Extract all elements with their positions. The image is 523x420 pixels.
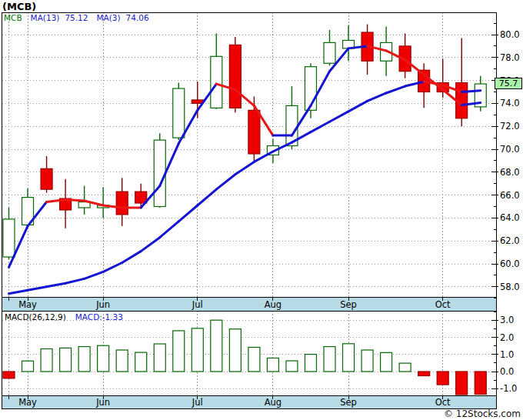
ma13-line <box>198 189 217 205</box>
month-label: Aug <box>265 397 281 408</box>
macd-bar-positive <box>135 352 147 372</box>
macd-bar-negative <box>475 372 486 395</box>
macd-bar-positive <box>381 352 392 372</box>
ma3-label: MA(3) <box>96 13 120 22</box>
ma13-line <box>103 263 122 272</box>
price-tick-label: 70.0 <box>500 144 520 155</box>
candle-body-down <box>116 192 128 215</box>
ma13-line <box>235 162 255 174</box>
month-label: Oct <box>435 397 451 408</box>
macd-bar-positive <box>60 348 72 372</box>
candle-body-up <box>211 56 222 108</box>
macd-params-label: MACD(26,12,9) <box>5 312 66 322</box>
month-label: Jul <box>192 397 203 408</box>
ma3-line <box>65 200 85 201</box>
current-price-badge: 75.7 <box>495 78 522 89</box>
ma13-line <box>178 205 198 222</box>
price-tick-label: 68.0 <box>500 167 520 178</box>
ma13-line <box>348 101 368 111</box>
macd-bar-positive <box>361 350 373 372</box>
month-strip-bottom <box>2 395 497 408</box>
price-tick-label: 60.0 <box>500 258 520 269</box>
macd-bar-positive <box>248 347 260 372</box>
macd-bar-negative <box>3 372 15 378</box>
ma13-line <box>216 175 235 189</box>
candle-body-up <box>154 140 165 206</box>
candle-body-up <box>173 88 185 138</box>
price-tick-label: 80.0 <box>500 29 520 40</box>
price-tick-label: 72.0 <box>500 121 520 132</box>
price-tick-label: 62.0 <box>500 235 520 246</box>
symbol-label: MCB <box>4 13 22 22</box>
panel-border <box>2 13 497 298</box>
watermark: © 12Stocks.com <box>444 408 521 419</box>
price-tick-label: 64.0 <box>500 212 520 223</box>
macd-bar-positive <box>267 358 278 372</box>
ma13-line <box>386 86 405 93</box>
macd-bar-positive <box>211 320 222 372</box>
macd-bar-positive <box>229 329 241 372</box>
ma13-line <box>9 290 28 293</box>
macd-bar-positive <box>305 355 316 372</box>
macd-legend: MACD(26,12,9)MACD:-1.33 <box>5 312 123 322</box>
candle-body-down <box>229 45 241 108</box>
ma13-label: MA(13) <box>31 13 60 22</box>
ma13-line <box>461 91 481 92</box>
stock-chart-page: (MCB) MayMayJunJunJulJulAugAugSepSepOctO… <box>0 0 523 420</box>
macd-current-value: MACD:-1.33 <box>75 312 123 322</box>
month-label: Sep <box>340 397 357 408</box>
macd-bar-positive <box>192 328 203 372</box>
candle-body-up <box>324 42 335 63</box>
macd-bar-positive <box>324 347 335 372</box>
candle-body-down <box>41 168 52 189</box>
macd-tick-label: 3.0 <box>500 315 514 325</box>
month-strip-top <box>2 297 497 311</box>
month-label: Aug <box>265 299 281 310</box>
macd-bar-positive <box>116 350 128 372</box>
ma13-value: 75.12 <box>65 13 88 22</box>
month-label: May <box>18 397 37 408</box>
macd-bar-positive <box>98 345 109 372</box>
ma13-line <box>28 287 47 290</box>
macd-bar-positive <box>399 363 411 372</box>
month-label: Oct <box>435 299 451 310</box>
price-legend: MCBMA(13)75.12MA(3)74.06 <box>4 13 158 22</box>
ma13-line <box>368 93 387 101</box>
macd-bar-positive <box>41 348 52 372</box>
macd-bar-negative <box>456 372 468 395</box>
macd-bar-positive <box>343 344 355 372</box>
ma13-line <box>330 112 349 122</box>
macd-tick-label: 2.0 <box>500 332 514 343</box>
ma13-line <box>122 252 142 263</box>
macd-bar-positive <box>286 361 298 372</box>
macd-bar-positive <box>173 331 185 372</box>
month-label: May <box>18 299 37 310</box>
candle-body-up <box>3 219 15 257</box>
macd-bar-negative <box>437 372 448 385</box>
stock-chart-canvas: MayMayJunJunJulJulAugAugSepSepOctOct80.0… <box>0 0 523 420</box>
price-tick-label: 66.0 <box>500 190 520 201</box>
ma13-line <box>65 278 85 283</box>
ma13-line <box>311 122 330 132</box>
macd-bar-positive <box>22 361 34 372</box>
price-tick-label: 58.0 <box>500 282 520 292</box>
month-label: Jun <box>95 299 110 310</box>
macd-tick-label: 0.0 <box>500 366 514 377</box>
ma13-line <box>160 222 179 238</box>
month-label: Jun <box>95 397 110 408</box>
ma13-line <box>141 238 160 252</box>
candle-body-down <box>248 110 260 154</box>
month-label: Sep <box>340 299 357 310</box>
ma3-value: 74.06 <box>126 13 149 22</box>
macd-bar-negative <box>418 372 430 376</box>
month-label: Jul <box>192 299 203 310</box>
macd-bar-positive <box>154 344 165 372</box>
macd-tick-label: -1.0 <box>500 383 517 394</box>
ma13-line <box>85 272 104 278</box>
macd-bar-positive <box>78 347 90 372</box>
price-tick-label: 78.0 <box>500 52 520 63</box>
ma13-line <box>47 283 66 286</box>
macd-tick-label: 1.0 <box>500 349 514 360</box>
price-tick-label: 74.0 <box>500 98 520 108</box>
